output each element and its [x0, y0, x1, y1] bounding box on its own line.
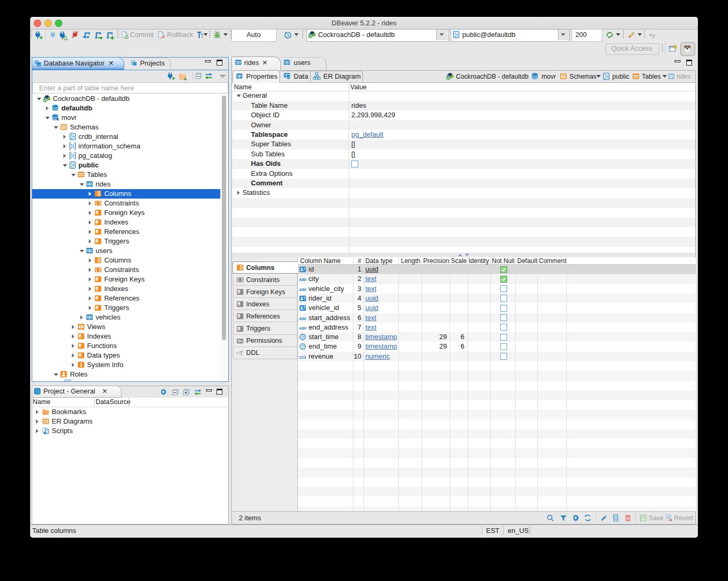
svg-text:‹›: ‹› [287, 77, 290, 80]
svg-text:ABC: ABC [299, 325, 306, 330]
svg-text:T: T [240, 350, 244, 356]
svg-text:ABC: ABC [299, 277, 306, 282]
svg-text:ABC: ABC [299, 287, 306, 292]
svg-text:123: 123 [299, 354, 306, 359]
svg-text:ABC: ABC [299, 316, 306, 321]
